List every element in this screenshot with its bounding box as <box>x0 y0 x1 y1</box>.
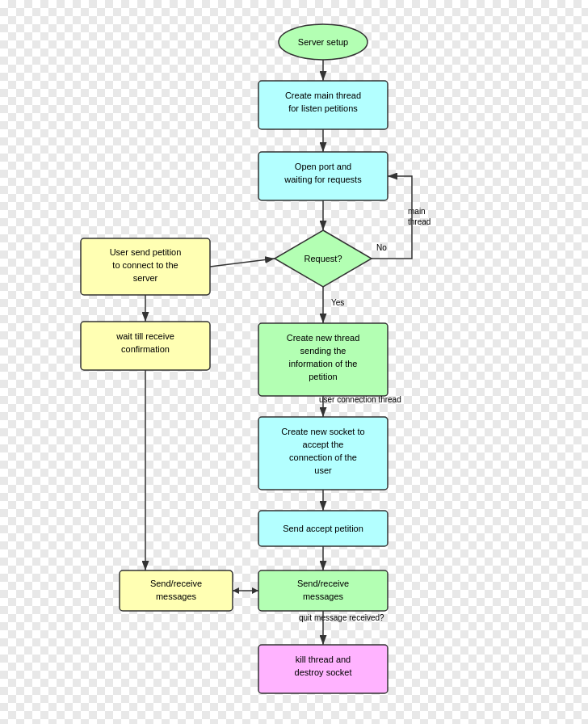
create-main-thread-label: Create main thread <box>285 90 361 100</box>
svg-text:destroy socket: destroy socket <box>295 667 352 677</box>
send-accept-label: Send accept petition <box>283 524 363 533</box>
wait-confirm-label-1: wait till receive <box>116 331 174 341</box>
svg-text:user: user <box>314 465 332 475</box>
main-thread-label-1: main <box>408 207 426 216</box>
create-thread-label-1: Create new thread <box>287 333 360 343</box>
user-connection-label: user connection thread <box>319 395 401 404</box>
kill-thread-label-1: kill thread and <box>296 655 351 664</box>
svg-text:petition: petition <box>309 372 337 381</box>
svg-text:messages: messages <box>303 591 344 601</box>
create-socket-label-1: Create new socket to <box>281 427 364 436</box>
arrow-user-to-diamond <box>210 259 275 267</box>
svg-text:sending the: sending the <box>300 346 346 356</box>
svg-text:waiting for requests: waiting for requests <box>284 175 362 184</box>
svg-text:confirmation: confirmation <box>121 344 170 354</box>
send-receive-right-node <box>258 570 388 611</box>
send-receive-left-node <box>120 570 233 611</box>
send-receive-left-label-1: Send/receive <box>150 579 202 588</box>
flowchart-diagram: Server setup Create main thread for list… <box>0 0 588 724</box>
svg-text:to connect to the: to connect to the <box>112 260 178 270</box>
svg-text:server: server <box>133 273 158 283</box>
user-petition-label-1: User send petition <box>110 247 182 257</box>
quit-label: quit message received? <box>299 613 384 622</box>
arrow-right-head <box>252 587 258 594</box>
svg-text:messages: messages <box>156 591 197 601</box>
svg-text:information of the: information of the <box>289 359 358 368</box>
svg-text:for listen petitions: for listen petitions <box>288 103 358 113</box>
arrow-left-head <box>233 587 239 594</box>
yes-label: Yes <box>331 298 344 307</box>
no-label: No <box>376 243 387 252</box>
send-receive-right-label-1: Send/receive <box>297 579 349 588</box>
open-port-label: Open port and <box>295 162 351 171</box>
svg-text:accept the: accept the <box>303 440 344 449</box>
svg-text:connection of the: connection of the <box>289 452 357 462</box>
request-label: Request? <box>304 254 342 263</box>
server-setup-label: Server setup <box>298 37 348 47</box>
